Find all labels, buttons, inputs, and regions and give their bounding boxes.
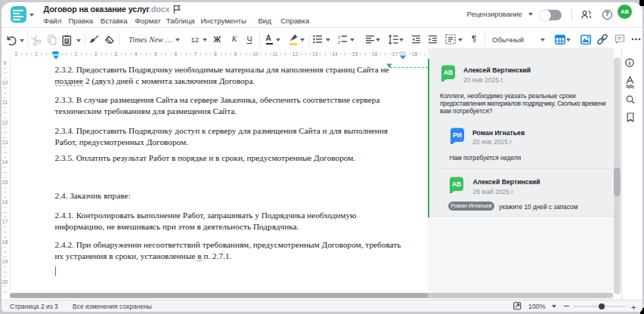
svg-text:АВ: АВ (444, 69, 453, 76)
svg-text:1: 1 (338, 35, 340, 39)
svg-text:РИ: РИ (453, 131, 462, 139)
svg-text:АВ: АВ (452, 180, 461, 188)
svg-text:2: 2 (338, 40, 340, 45)
